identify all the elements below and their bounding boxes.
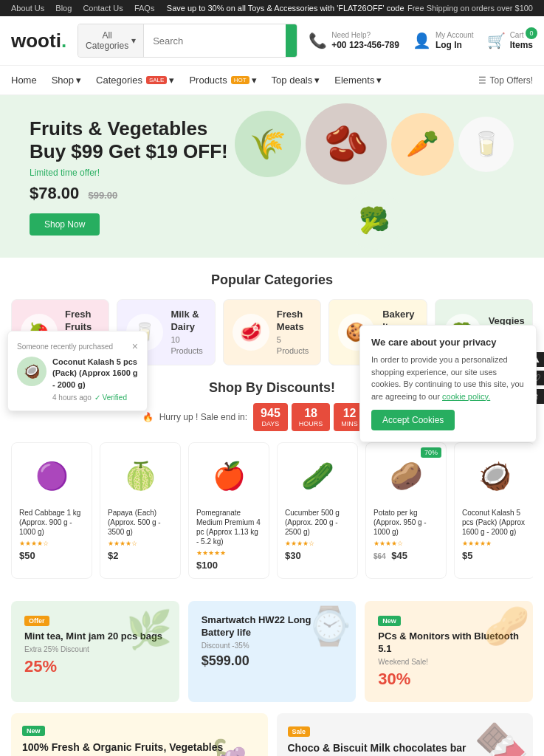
product-price-3: $30 [285, 550, 350, 561]
chevron-icon-3: ▾ [252, 75, 257, 86]
products-grid: 🟣 Red Cabbage 1 kg (Approx. 900 g - 1000… [11, 442, 533, 586]
product-name-2: Pomegranate Medium Premium 4 pc (Approx … [196, 508, 261, 546]
close-icon[interactable]: × [132, 340, 138, 352]
product-price-0: $50 [19, 550, 84, 561]
promo-discount-2: 30% [378, 670, 520, 689]
search-bar: All Categories ▾ Search [78, 24, 297, 58]
nav-home[interactable]: Home [11, 66, 37, 94]
chevron-icon: ▾ [76, 75, 81, 86]
category-img-2: 🥩 [233, 314, 269, 351]
product-img-2: 🍎 [196, 450, 261, 502]
bottom-card-0[interactable]: New 100% Fresh & Organic Fruits, Vegetab… [11, 713, 268, 756]
nav-categories[interactable]: Categories SALE ▾ [96, 66, 174, 94]
nav-shop[interactable]: Shop ▾ [52, 66, 81, 94]
product-card-1[interactable]: 🍈 Papaya (Each) (Approx. 500 g - 3500 g)… [100, 442, 181, 579]
phone-icon: 📞 [309, 32, 327, 49]
category-dropdown[interactable]: All Categories ▾ [78, 24, 144, 57]
verified-badge: ✓ Verified [94, 394, 127, 402]
product-card-0[interactable]: 🟣 Red Cabbage 1 kg (Approx. 900 g - 1000… [11, 442, 92, 579]
phone-icon-item[interactable]: 📞 Need Help? +00 123-456-789 [309, 30, 399, 52]
banner-price: $78.00 $99.00 [30, 184, 251, 203]
category-card-2[interactable]: 🥩 Fresh Meats 5 Products [223, 299, 321, 365]
logo[interactable]: wooti. [11, 30, 66, 52]
cookie-policy-link[interactable]: cookie policy. [442, 392, 490, 401]
banner-limited: Limited time offer! [30, 168, 251, 178]
shipping-text: Free Shipping on orders over $100 [407, 4, 533, 13]
categories-badge: SALE [146, 76, 167, 84]
account-text: My Account Log In [435, 30, 474, 52]
nav-elements[interactable]: Elements ▾ [334, 66, 382, 94]
product-card-5[interactable]: 🥥 Coconut Kalash 5 pcs (Pack) (Approx 16… [454, 442, 533, 579]
product-card-3[interactable]: 🥒 Cucumber 500 g (Approx. 200 g - 2500 g… [277, 442, 358, 579]
food-img-2: 🫘 [306, 103, 387, 185]
bottom-title-0: 100% Fresh & Organic Fruits, Vegetables [22, 740, 223, 754]
product-img-4: 🥔 [373, 450, 438, 502]
nav-top-deals[interactable]: Top deals ▾ [272, 66, 320, 94]
bottom-img-1: 🍫 [474, 721, 529, 756]
bottom-card-1[interactable]: Sale Choco & Biscuit Milk chocolates bar… [277, 713, 534, 756]
product-name-0: Red Cabbage 1 kg (Approx. 900 g - 1000 g… [19, 508, 84, 537]
product-name-5: Coconut Kalash 5 pcs (Pack) (Approx 1600… [462, 508, 527, 537]
nav-products[interactable]: Products HOT ▾ [189, 66, 256, 94]
promo-card-0[interactable]: Offer Mint tea, Mint jam 20 pcs bags Ext… [11, 601, 179, 702]
shop-now-button[interactable]: Shop Now [30, 213, 100, 236]
hurry-text: Hurry up ! Sale end in: [159, 412, 247, 422]
promo-img-1: ⌚ [306, 605, 352, 647]
promo-img-0: 🌿 [126, 608, 172, 651]
category-info-1: Milk & Dairy 10 Products [171, 309, 205, 356]
cookie-title: We care about your privacy [371, 337, 525, 348]
product-price-2: $100 [196, 560, 261, 571]
search-button[interactable]: Search [286, 24, 297, 57]
recent-product-name: Coconut Kalash 5 pcs (Pack) (Approx 1600… [52, 357, 138, 391]
bottom-title-1: Choco & Biscuit Milk chocolates bar [288, 741, 466, 755]
faqs-link[interactable]: FAQs [134, 4, 155, 13]
nav: Home Shop ▾ Categories SALE ▾ Products H… [0, 66, 544, 95]
product-card-4[interactable]: 70% 🥔 Potato per kg (Approx. 950 g - 100… [365, 442, 447, 579]
phone-text: Need Help? +00 123-456-789 [331, 30, 399, 52]
bottom-badge-0: New [22, 726, 45, 736]
promo-card-1[interactable]: Smartwatch HW22 Long Battery life Discou… [188, 601, 357, 702]
recent-popup-header: Someone recently purchased × [17, 340, 138, 352]
recent-purchase-popup: Someone recently purchased × 🥥 Coconut K… [7, 331, 148, 411]
recent-meta: 4 hours ago ✓ Verified [52, 394, 138, 402]
user-icon: 👤 [413, 32, 431, 49]
bottom-badge-1: Sale [288, 726, 311, 737]
days-box: 945 DAYS [253, 403, 288, 431]
top-offers[interactable]: ☰ Top Offers! [478, 75, 533, 86]
bottom-card-content-1: Sale Choco & Biscuit Milk chocolates bar… [277, 714, 478, 756]
search-input[interactable] [144, 24, 286, 57]
hours-box: 18 HOURS [292, 403, 331, 431]
fire-icon: 🔥 [142, 412, 154, 422]
about-us-link[interactable]: About Us [11, 4, 44, 13]
chevron-icon-5: ▾ [376, 75, 382, 86]
product-name-4: Potato per kg (Approx. 950 g - 1000 g) [373, 508, 438, 537]
cart-icon-item[interactable]: 🛒 0 Cart Items [487, 30, 533, 52]
food-img-5: 🥦 [345, 190, 404, 250]
stars-4: ★★★★☆ [373, 540, 438, 547]
account-icon-item[interactable]: 👤 My Account Log In [413, 30, 474, 52]
product-img-3: 🥒 [285, 450, 350, 502]
promo-price-1: $599.00 [202, 653, 343, 669]
food-img-3: 🥕 [391, 113, 454, 176]
top-bar-links[interactable]: About Us Blog Contact Us FAQs [11, 4, 163, 13]
menu-icon: ☰ [478, 75, 486, 86]
product-img-5: 🥥 [462, 450, 527, 502]
cookie-text: In order to provide you a personalized s… [371, 354, 525, 402]
header-icons: 📞 Need Help? +00 123-456-789 👤 My Accoun… [309, 30, 533, 52]
accept-cookies-button[interactable]: Accept Cookies [371, 410, 455, 430]
promo-img-2: 🥜 [483, 605, 529, 647]
chevron-icon-2: ▾ [169, 75, 174, 86]
header: wooti. All Categories ▾ Search 📞 Need He… [0, 16, 544, 66]
banner-title: Fruits & Vegetables [30, 117, 251, 140]
promo-text: Save up to 30% on all Toys & Accessories… [167, 4, 404, 13]
category-info-2: Fresh Meats 5 Products [277, 309, 311, 356]
promo-badge-0: Offer [24, 616, 49, 626]
blog-link[interactable]: Blog [55, 4, 72, 13]
product-card-2[interactable]: 🍎 Pomegranate Medium Premium 4 pc (Appro… [188, 442, 269, 579]
cart-count: 0 [526, 27, 537, 39]
promo-badge-2: New [378, 616, 401, 626]
contact-link[interactable]: Contact Us [83, 4, 123, 13]
stars-3: ★★★★☆ [285, 540, 350, 547]
promo-card-2[interactable]: New PCs & Monitors with Bluetooth 5.1 We… [365, 601, 533, 702]
chevron-down-icon: ▾ [131, 35, 136, 46]
